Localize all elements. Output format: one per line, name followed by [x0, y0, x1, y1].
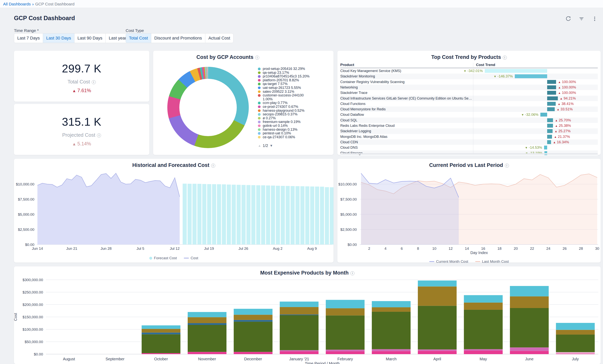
delta-up-icon: ▲: [72, 142, 76, 146]
table-column-divider: [473, 63, 473, 153]
svg-text:June: June: [525, 357, 533, 361]
table-row[interactable]: Cloud CDN▲ 16.34%: [340, 139, 598, 145]
svg-text:$300,000.00: $300,000.00: [23, 278, 43, 282]
breadcrumb-all-dashboards[interactable]: All Dashboards: [3, 2, 31, 6]
legend-item[interactable]: platform-205701 8.82%: [258, 78, 311, 82]
legend-item[interactable]: ccm-play 0.77%: [258, 101, 311, 105]
info-icon[interactable]: i: [255, 55, 259, 60]
chart-legend: Forecast CostCost: [14, 256, 334, 260]
table-row[interactable]: Cloud Infrastructure Services GitLab Ser…: [340, 96, 598, 101]
legend-item[interactable]: customer-success-244100 1.00%: [258, 94, 311, 101]
svg-text:$10,000.00: $10,000.00: [16, 182, 34, 186]
legend-item[interactable]: qa-target 7.57%: [258, 82, 311, 86]
chart-title: Cost by GCP Accountsi: [153, 54, 302, 60]
column-cost-trend[interactable]: Cost Trend: [476, 63, 495, 67]
table-row[interactable]: Stackdriver Monitoring▼ -146.37%: [340, 74, 598, 79]
monthly-products-chart[interactable]: $0.00$50,000.00$100,000.00$150,000.00$20…: [14, 266, 601, 364]
svg-text:$0.00: $0.00: [348, 243, 357, 247]
chart-legend: Current Month CostLast Month Cost: [337, 259, 601, 264]
column-product[interactable]: Product: [340, 63, 354, 67]
period-compare-card: Current Period vs Last Periodi $0.00$2,5…: [337, 159, 601, 263]
legend-item[interactable]: harness-design 0.13%: [258, 128, 311, 132]
svg-text:Jul 19: Jul 19: [204, 246, 214, 251]
legend-item[interactable]: freemium-sample 0.19%: [258, 120, 311, 124]
legend-page-indicator: 1/2: [263, 143, 268, 148]
svg-text:April: April: [433, 357, 441, 361]
svg-text:March: March: [386, 357, 397, 361]
table-scrollbar[interactable]: [340, 153, 598, 154]
option-discount-and-promotions[interactable]: Discount and Promotions: [151, 33, 205, 43]
svg-text:22: 22: [530, 246, 534, 251]
legend-item[interactable]: uat-setup-261723 5.55%: [258, 86, 311, 90]
monthly-products-card: Most Expensive Products by Monthi $0.00$…: [14, 266, 601, 364]
legend-item[interactable]: Last Month Cost: [475, 259, 509, 264]
svg-text:$200,000.00: $200,000.00: [23, 303, 43, 307]
svg-text:20: 20: [514, 246, 518, 251]
svg-text:26: 26: [562, 246, 567, 251]
legend-item[interactable]: ce-qa-274307 0.06%: [258, 135, 311, 139]
legend-item[interactable]: golink-url 0.14%: [258, 124, 311, 128]
info-icon[interactable]: i: [503, 55, 507, 60]
table-row[interactable]: Networking▲ 100.00%: [340, 85, 598, 90]
projected-cost-card: 315.1 K Projected Costi ▲5.14%: [14, 104, 149, 155]
legend-item[interactable]: secops-239815 0.37%: [258, 112, 311, 116]
table-row[interactable]: Cloud Dataflow▼ -32.06%: [340, 112, 598, 117]
time-range-group: Last 7 DaysLast 30 DaysLast 90 DaysLast …: [14, 33, 129, 43]
option-last-30-days[interactable]: Last 30 Days: [43, 33, 74, 43]
historical-forecast-chart[interactable]: $0.00$2,500.00$5,000.00$7,500.00$10,000.…: [14, 159, 334, 263]
breadcrumb-separator: ›: [31, 2, 35, 6]
info-icon[interactable]: i: [97, 133, 101, 137]
legend-item[interactable]: Current Month Cost: [429, 259, 468, 264]
option-total-cost[interactable]: Total Cost: [126, 33, 151, 43]
svg-text:Jun 28: Jun 28: [100, 246, 112, 251]
legend-page-up-icon[interactable]: ▲: [258, 144, 261, 148]
table-row[interactable]: Container Registry Vulnerability Scannin…: [340, 79, 598, 85]
legend-item[interactable]: Forecast Cost: [149, 256, 177, 260]
svg-text:November: November: [198, 357, 216, 361]
more-options-icon[interactable]: [592, 16, 598, 22]
table-row[interactable]: Redis Labs Redis Enterprise Cloud▲ 25.38…: [340, 123, 598, 128]
refresh-icon[interactable]: [565, 16, 571, 22]
svg-text:8: 8: [417, 246, 419, 251]
legend-item[interactable]: ce-prod-274307 0.67%: [258, 105, 311, 109]
projected-cost-delta: ▲5.14%: [72, 141, 91, 147]
svg-text:4: 4: [384, 246, 387, 251]
svg-text:$0.00: $0.00: [25, 243, 34, 247]
option-last-7-days[interactable]: Last 7 Days: [14, 33, 43, 43]
table-row[interactable]: Cloud Key Management Service (KMS)▼ -342…: [340, 68, 598, 74]
legend-page-down-icon[interactable]: ▼: [270, 144, 273, 148]
legend-pagination: ▲ 1/2 ▼: [258, 143, 273, 148]
legend-item[interactable]: Cost: [184, 256, 198, 260]
legend-item[interactable]: pr10406a87045145c3 15.20%: [258, 75, 311, 78]
table-row[interactable]: Stackdriver Logging▲ 25.27%: [340, 128, 598, 134]
legend-item[interactable]: prod-setup-205416 32.29%: [258, 67, 311, 71]
table-row[interactable]: Cloud Memorystore for Redis▲ 33.51%: [340, 107, 598, 112]
svg-text:$2,500.00: $2,500.00: [18, 228, 34, 232]
info-icon[interactable]: i: [92, 80, 96, 84]
top-cost-trend-card: Top Cost Trend by Productsi Product Cost…: [337, 51, 601, 155]
legend-item[interactable]: pentest-uat 0.10%: [258, 132, 311, 135]
filter-icon[interactable]: [579, 16, 584, 22]
delta-up-icon: ▲: [72, 88, 76, 93]
table-row[interactable]: Cloud SQL▲ 25.70%: [340, 118, 598, 123]
svg-text:$100,000.00: $100,000.00: [23, 327, 43, 331]
svg-text:Time Period / Month: Time Period / Month: [305, 361, 339, 364]
table-row[interactable]: Cloud Functions▲ 38.41%: [340, 101, 598, 107]
total-cost-label: Total Costi: [68, 79, 96, 85]
svg-text:Jun 21: Jun 21: [66, 246, 77, 251]
svg-text:December: December: [244, 357, 262, 361]
legend-item[interactable]: sales-209522 3.11%: [258, 90, 311, 94]
legend-item[interactable]: qa-setup 23.17%: [258, 71, 311, 75]
option-actual-cost[interactable]: Actual Cost: [205, 33, 233, 43]
svg-text:$7,500.00: $7,500.00: [18, 197, 34, 201]
table-row[interactable]: Stackdriver Trace▲ 100.00%: [340, 90, 598, 95]
table-row[interactable]: MongoDB Inc. MongoDB Atlas▲ 21.37%: [340, 134, 598, 139]
svg-text:$5,000.00: $5,000.00: [340, 212, 357, 216]
legend-item[interactable]: ø 0.27%: [258, 116, 311, 120]
option-last-90-days[interactable]: Last 90 Days: [74, 33, 105, 43]
breadcrumb-current: GCP Cost Dashboard: [35, 2, 74, 6]
table-row[interactable]: Cloud DNS▼ -14.53%: [340, 145, 598, 150]
svg-text:Jul 5: Jul 5: [137, 246, 144, 251]
legend-item[interactable]: harness-playground 0.52%: [258, 109, 311, 113]
period-compare-chart[interactable]: $0.00$2,500.00$5,000.00$7,500.00$10,000.…: [337, 159, 601, 263]
